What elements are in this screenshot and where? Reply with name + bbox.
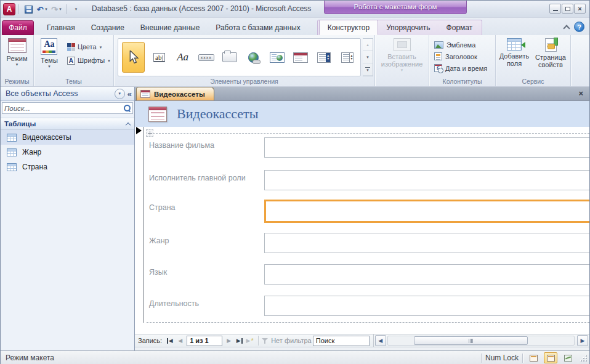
fonts-button[interactable]: A Шрифты ▼ bbox=[65, 54, 113, 67]
tab-home[interactable]: Главная bbox=[39, 20, 83, 35]
scrollbar-thumb[interactable] bbox=[414, 336, 528, 345]
tab-design[interactable]: Конструктор bbox=[319, 20, 378, 35]
close-document-button[interactable]: × bbox=[578, 89, 583, 97]
status-bar: Режим макета Num Lock bbox=[1, 350, 589, 364]
listbox-control[interactable]: ▲▼ bbox=[339, 44, 357, 71]
add-fields-button[interactable]: Добавить поля bbox=[496, 35, 533, 76]
select-pointer-control[interactable] bbox=[122, 42, 145, 73]
hyperlink-control[interactable] bbox=[244, 44, 262, 71]
restore-button[interactable] bbox=[562, 4, 573, 14]
date-time-button[interactable]: 5 Дата и время bbox=[429, 62, 495, 74]
gallery-scroll-up-button[interactable]: ▲ bbox=[363, 39, 373, 51]
textbox-control[interactable]: ab| bbox=[150, 44, 168, 71]
navigation-pane-menu-button[interactable]: ▼ bbox=[115, 89, 125, 99]
form-view-button[interactable] bbox=[527, 352, 540, 363]
first-record-button[interactable]: ◀ bbox=[164, 336, 175, 346]
field-label[interactable]: Длительность bbox=[149, 299, 199, 308]
gallery-more-button[interactable]: ▼ bbox=[363, 63, 373, 76]
property-sheet-button[interactable]: Страница свойств bbox=[533, 35, 568, 76]
add-fields-label: Добавить поля bbox=[496, 52, 533, 67]
tab-create[interactable]: Создание bbox=[83, 20, 132, 35]
document-tab-videocassettes[interactable]: Видеокассеты bbox=[136, 87, 214, 100]
tab-control[interactable] bbox=[220, 44, 238, 71]
tab-external-data[interactable]: Внешние данные bbox=[132, 20, 208, 35]
resize-grip[interactable] bbox=[580, 354, 587, 362]
field-textbox[interactable] bbox=[264, 170, 589, 190]
insert-image-label: Вставить изображение bbox=[375, 53, 429, 68]
logo-button[interactable]: Эмблема bbox=[429, 39, 495, 51]
combobox-control[interactable]: ▲▼ bbox=[315, 44, 333, 71]
nav-item-genre[interactable]: Жанр bbox=[1, 145, 134, 160]
tables-section-header[interactable]: Таблицы bbox=[1, 118, 134, 130]
view-mode-status: Режим макета bbox=[6, 354, 54, 362]
label-control[interactable]: Aa bbox=[174, 44, 192, 71]
form-title-button[interactable]: Заголовок bbox=[429, 51, 495, 62]
horizontal-scrollbar: ◀ ▶ bbox=[373, 334, 589, 347]
filter-status-button[interactable]: Нет фильтра bbox=[262, 337, 312, 344]
save-button[interactable] bbox=[22, 3, 34, 15]
field-label[interactable]: Название фильма bbox=[149, 141, 214, 150]
tab-format[interactable]: Формат bbox=[438, 20, 481, 35]
last-record-button[interactable]: ▶ bbox=[234, 336, 244, 346]
scrollbar-track[interactable] bbox=[387, 336, 575, 346]
collapse-ribbon-button[interactable] bbox=[564, 24, 569, 30]
scroll-left-button[interactable]: ◀ bbox=[375, 335, 386, 346]
current-record-marker[interactable] bbox=[136, 127, 142, 134]
tab-file[interactable]: Файл bbox=[2, 20, 34, 35]
field-label[interactable]: Страна bbox=[149, 203, 176, 212]
navigation-search: Поиск... bbox=[1, 101, 134, 116]
button-control[interactable]: xxxx bbox=[197, 44, 215, 71]
field-textbox[interactable] bbox=[264, 296, 589, 316]
search-icon[interactable] bbox=[124, 105, 131, 111]
customize-qat-button[interactable]: ▼ bbox=[70, 3, 82, 15]
record-counter[interactable]: 1 из 1 bbox=[187, 336, 222, 346]
web-browser-control[interactable] bbox=[268, 44, 286, 71]
web-browser-icon bbox=[270, 52, 285, 63]
collapse-pane-button[interactable]: « bbox=[127, 89, 132, 99]
redo-button[interactable]: ↷▼ bbox=[51, 3, 63, 15]
scroll-right-button[interactable]: ▶ bbox=[577, 335, 588, 346]
nav-item-videocassettes[interactable]: Видеокассеты bbox=[1, 130, 134, 145]
field-label[interactable]: Язык bbox=[149, 268, 167, 277]
window-controls: × bbox=[549, 4, 586, 14]
separator bbox=[481, 354, 482, 363]
design-view-button[interactable] bbox=[561, 352, 575, 363]
new-record-button[interactable]: ▶* bbox=[244, 336, 255, 346]
field-label[interactable]: Жанр bbox=[149, 237, 169, 245]
undo-button[interactable]: ↷▼ bbox=[36, 3, 49, 15]
form-title[interactable]: Видеокассеты bbox=[177, 106, 258, 122]
nav-item-label: Страна bbox=[22, 163, 47, 171]
undo-icon: ↷ bbox=[37, 5, 44, 14]
navigation-control[interactable] bbox=[291, 44, 309, 71]
layout-view-button[interactable] bbox=[544, 352, 557, 363]
previous-record-button[interactable]: ◀ bbox=[175, 336, 185, 346]
colors-button[interactable]: Цвета ▼ bbox=[65, 40, 113, 54]
minimize-button[interactable] bbox=[549, 4, 561, 14]
layout-view-icon bbox=[547, 355, 555, 362]
view-mode-button[interactable]: Режим ▼ bbox=[1, 35, 33, 76]
help-button[interactable]: ? bbox=[574, 22, 584, 32]
listbox-icon: ▲▼ bbox=[341, 52, 354, 63]
gallery-scroll-down-button[interactable]: ▼ bbox=[363, 51, 373, 63]
ribbon-group-controls: ab| Aa xxxx ▲▼ ▲▼ ▲ ▼ ▼ Элементы управле… bbox=[114, 35, 375, 86]
field-textbox[interactable] bbox=[264, 233, 589, 253]
field-textbox[interactable] bbox=[264, 264, 589, 285]
layout-move-handle[interactable] bbox=[146, 129, 153, 137]
nav-item-country[interactable]: Страна bbox=[1, 160, 134, 174]
title-bar: A ↷▼ ↷▼ ▼ Database5 : база данных (Acces… bbox=[1, 1, 589, 18]
close-button[interactable]: × bbox=[574, 4, 586, 14]
record-search-input[interactable]: Поиск bbox=[313, 336, 370, 346]
redo-icon: ↷ bbox=[51, 5, 58, 14]
view-mode-label: Режим bbox=[7, 55, 28, 62]
search-input[interactable]: Поиск... bbox=[2, 102, 133, 114]
next-record-button[interactable]: ▶ bbox=[224, 336, 234, 346]
field-textbox[interactable] bbox=[264, 137, 589, 158]
tab-database-tools[interactable]: Работа с базами данных bbox=[208, 20, 308, 35]
insert-image-button[interactable]: Вставить изображение ▼ bbox=[375, 35, 429, 76]
tab-arrange[interactable]: Упорядочить bbox=[378, 20, 438, 35]
field-textbox-selected[interactable] bbox=[264, 200, 589, 223]
access-app-icon[interactable]: A bbox=[3, 3, 15, 15]
field-label[interactable]: Исполнитель главной роли bbox=[149, 174, 246, 182]
qat-separator bbox=[66, 4, 67, 14]
themes-button[interactable]: Aa Темы ▼ bbox=[34, 35, 65, 76]
